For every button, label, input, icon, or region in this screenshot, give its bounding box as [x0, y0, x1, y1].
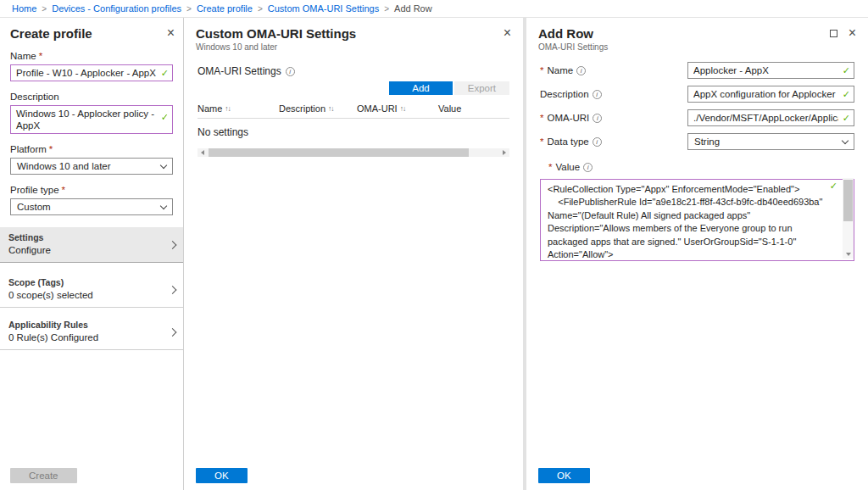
row-data-type-label: * Data type i	[540, 136, 687, 147]
platform-select[interactable]: Windows 10 and later	[10, 158, 173, 175]
name-label: Name*	[10, 51, 173, 61]
create-profile-panel: Create profile × Name* ✓ Description Win…	[0, 18, 184, 490]
sort-icon: ↑↓	[400, 104, 406, 113]
add-row-panel: Add Row OMA-URI Settings × * Name i	[526, 18, 868, 490]
row-name-label: * Name i	[540, 65, 687, 75]
scroll-left-arrow-icon[interactable]	[198, 148, 208, 157]
breadcrumb-separator: >	[42, 4, 47, 14]
oma-panel-subtitle: Windows 10 and later	[196, 42, 356, 52]
platform-label: Platform*	[10, 144, 173, 154]
required-asterisk: *	[540, 65, 543, 75]
breadcrumb: Home > Devices - Configuration profiles …	[0, 0, 868, 18]
ok-button[interactable]: OK	[538, 468, 590, 483]
required-asterisk: *	[548, 162, 552, 172]
export-button[interactable]: Export	[454, 81, 509, 95]
ok-button[interactable]: OK	[196, 468, 248, 483]
scrollbar-thumb[interactable]	[209, 148, 469, 157]
scroll-down-arrow-icon[interactable]	[843, 253, 854, 256]
custom-oma-uri-panel: Custom OMA-URI Settings Windows 10 and l…	[184, 18, 523, 490]
profile-type-label: Profile type*	[10, 185, 173, 195]
data-type-select[interactable]: String	[687, 133, 854, 150]
applicability-rules-subtitle: 0 Rule(s) Configured	[8, 332, 166, 342]
oma-panel-title: Custom OMA-URI Settings	[196, 26, 356, 41]
sort-icon: ↑↓	[225, 104, 231, 113]
row-description-input[interactable]	[687, 86, 854, 103]
applicability-rules-section[interactable]: Applicability Rules 0 Rule(s) Configured	[0, 315, 183, 350]
settings-section[interactable]: Settings Configure	[0, 227, 183, 263]
profile-type-select[interactable]: Custom	[10, 198, 173, 215]
create-profile-title: Create profile	[10, 26, 92, 41]
valid-check-icon: ✓	[843, 113, 850, 124]
breadcrumb-separator: >	[186, 4, 192, 14]
required-asterisk: *	[62, 185, 65, 195]
oma-uri-settings-label: OMA-URI Settings	[198, 65, 281, 77]
intune-portal: Home > Devices - Configuration profiles …	[0, 0, 868, 490]
scope-tags-title: Scope (Tags)	[8, 277, 166, 287]
required-asterisk: *	[540, 136, 543, 147]
valid-check-icon: ✓	[161, 68, 169, 79]
breadcrumb-item-add-row: Add Row	[394, 3, 432, 14]
valid-check-icon: ✓	[843, 89, 850, 100]
valid-check-icon: ✓	[830, 181, 837, 192]
data-type-select-value: String	[694, 136, 720, 147]
add-row-title: Add Row	[538, 26, 608, 41]
info-icon[interactable]: i	[593, 114, 602, 123]
valid-check-icon: ✓	[843, 65, 850, 76]
row-description-label: Description i	[540, 89, 687, 99]
info-icon[interactable]: i	[576, 66, 586, 75]
scrollbar-thumb[interactable]	[843, 180, 853, 221]
breadcrumb-separator: >	[258, 4, 263, 14]
name-input[interactable]	[10, 64, 173, 81]
scope-tags-subtitle: 0 scope(s) selected	[8, 290, 166, 300]
row-oma-uri-label: * OMA-URI i	[540, 113, 687, 123]
sort-icon: ↑↓	[328, 104, 334, 113]
scope-tags-section[interactable]: Scope (Tags) 0 scope(s) selected	[0, 272, 183, 308]
chevron-down-icon	[160, 202, 167, 209]
horizontal-scrollbar[interactable]	[198, 148, 509, 157]
scroll-right-arrow-icon[interactable]	[499, 148, 509, 157]
column-header-oma-uri[interactable]: OMA-URI ↑↓	[357, 103, 438, 114]
close-icon[interactable]: ×	[504, 28, 511, 38]
column-header-value[interactable]: Value	[438, 103, 509, 114]
info-icon[interactable]: i	[593, 137, 602, 147]
breadcrumb-separator: >	[384, 4, 389, 14]
breadcrumb-item-config-profiles[interactable]: Devices - Configuration profiles	[52, 3, 181, 14]
create-button[interactable]: Create	[10, 468, 77, 483]
add-button[interactable]: Add	[389, 81, 452, 95]
required-asterisk: *	[39, 51, 42, 61]
close-icon[interactable]: ×	[167, 28, 175, 38]
breadcrumb-item-oma-uri-settings[interactable]: Custom OMA-URI Settings	[268, 3, 379, 14]
description-label: Description	[10, 92, 173, 102]
chevron-right-icon	[169, 241, 177, 249]
profile-type-select-value: Custom	[17, 202, 51, 212]
chevron-down-icon	[160, 161, 167, 168]
settings-section-subtitle: Configure	[8, 245, 166, 255]
info-icon[interactable]: i	[593, 90, 602, 99]
chevron-down-icon	[842, 136, 849, 143]
column-header-description[interactable]: Description ↑↓	[279, 103, 357, 114]
breadcrumb-item-create-profile[interactable]: Create profile	[197, 3, 253, 14]
settings-section-title: Settings	[8, 232, 166, 242]
valid-check-icon: ✓	[161, 112, 169, 123]
add-row-subtitle: OMA-URI Settings	[538, 42, 608, 52]
maximize-icon[interactable]	[830, 30, 837, 37]
no-settings-text: No settings	[198, 126, 509, 138]
chevron-right-icon	[169, 286, 177, 294]
row-name-input[interactable]	[687, 62, 854, 79]
platform-select-value: Windows 10 and later	[17, 161, 111, 171]
chevron-right-icon	[169, 328, 177, 337]
vertical-scrollbar[interactable]	[843, 178, 854, 259]
applicability-rules-title: Applicability Rules	[8, 320, 166, 330]
row-oma-uri-input[interactable]	[687, 109, 854, 126]
breadcrumb-item-home[interactable]: Home	[12, 3, 36, 14]
info-icon[interactable]: i	[583, 163, 593, 172]
required-asterisk: *	[540, 113, 543, 123]
close-icon[interactable]: ×	[849, 28, 856, 38]
value-editor[interactable]: <RuleCollection Type="Appx" EnforcementM…	[540, 179, 854, 261]
column-header-name[interactable]: Name ↑↓	[198, 103, 279, 114]
info-icon[interactable]: i	[286, 67, 295, 76]
row-value-label: * Value i	[540, 162, 687, 172]
required-asterisk: *	[49, 144, 53, 154]
settings-table-header: Name ↑↓ Description ↑↓ OMA-URI ↑↓ Value	[198, 103, 509, 119]
description-textarea[interactable]: Windows 10 - Applocker policy - AppX	[10, 105, 173, 134]
